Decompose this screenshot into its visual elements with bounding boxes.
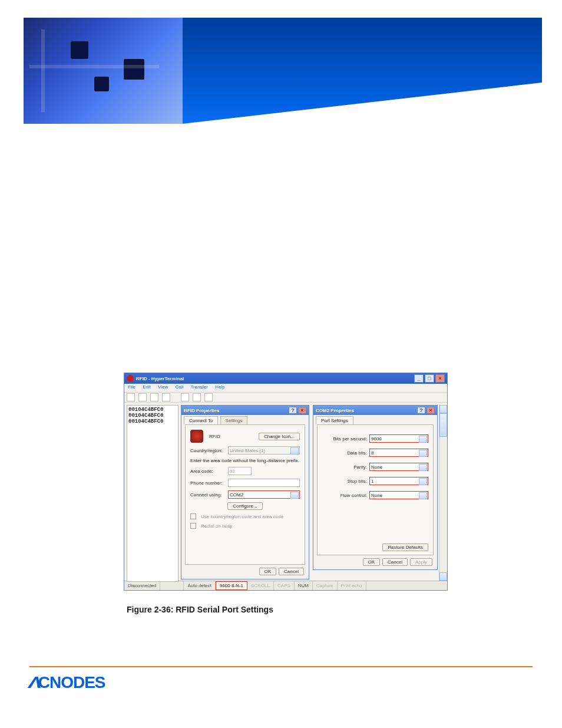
toolbar-send-icon[interactable] (181, 393, 189, 401)
app-icon (127, 375, 134, 382)
status-caps: CAPS (274, 581, 295, 590)
dialog-title: RFID Properties (184, 408, 219, 413)
menu-transfer[interactable]: Transfer (190, 384, 208, 390)
scrollbar-down-arrow-icon[interactable] (439, 572, 447, 581)
area-code-label: Area code: (190, 469, 226, 474)
menu-file[interactable]: File (128, 384, 135, 390)
menu-help[interactable]: Help (215, 384, 224, 390)
phone-label: Phone number: (190, 480, 226, 486)
status-num: NUM (295, 581, 313, 590)
help-button[interactable]: ? (417, 407, 425, 414)
parity-label: Parity: (332, 465, 367, 470)
scrollbar-thumb[interactable] (439, 413, 447, 437)
window-title: RFID - HyperTerminal (136, 376, 184, 381)
country-select[interactable]: United States (1) (228, 446, 300, 454)
vertical-scrollbar[interactable] (439, 405, 447, 581)
dialog-titlebar: RFID Properties ? × (181, 406, 309, 415)
redial-on-busy-label: Redial on busy (201, 523, 232, 529)
restore-defaults-button[interactable]: Restore Defaults (382, 543, 428, 551)
figure-caption: Figure 2-36: RFID Serial Port Settings (127, 605, 273, 614)
status-scroll: SCROLL (247, 581, 274, 590)
menu-edit[interactable]: Edit (143, 384, 151, 390)
terminal-output: 00104C4BFC0 00104C4BFC0 00104C4BFC0 (127, 405, 178, 582)
bps-label: Bits per second: (332, 436, 367, 442)
connect-using-select[interactable]: COM2 (228, 490, 300, 499)
apply-button[interactable]: Apply (410, 558, 432, 566)
toolbar-hangup-icon[interactable] (162, 393, 170, 401)
statusbar: Disconnected Auto detect 9600 8-N-1 SCRO… (124, 581, 447, 590)
area-code-input[interactable]: 02 (228, 467, 252, 475)
tab-connect-to[interactable]: Connect To (184, 416, 218, 424)
use-country-code-label: Use country/region code and area code (201, 514, 283, 519)
footer-divider (29, 666, 533, 667)
dialog-pane: Bits per second: 9600 Data bits: 8 Parit… (317, 424, 434, 555)
connection-name: RFID (209, 434, 220, 439)
data-bits-label: Data bits: (332, 450, 367, 456)
term-line: 00104C4BFC0 (128, 413, 177, 419)
logo-a-glyph: Λ (28, 673, 41, 692)
ok-button[interactable]: OK (363, 558, 381, 566)
country-label: Country/region: (190, 448, 226, 453)
dialog-tabs: Connect To Settings (181, 415, 309, 424)
status-autodetect: Auto detect (184, 581, 215, 590)
status-serial-mode: 9600 8-N-1 (216, 581, 247, 590)
term-line: 00104C4BFC0 (128, 419, 177, 424)
toolbar-new-icon[interactable] (127, 393, 135, 401)
status-capture: Capture (313, 581, 337, 590)
tab-settings[interactable]: Settings (220, 416, 248, 424)
toolbar-open-icon[interactable] (138, 393, 147, 401)
acnodes-logo: ΛCNODES (29, 673, 105, 692)
use-country-code-checkbox[interactable] (190, 513, 196, 519)
area-code-hint: Enter the area code without the long-dis… (190, 458, 299, 463)
com2-properties-dialog: COM2 Properties ? × Port Settings Bits p… (313, 405, 438, 570)
status-print-echo: Print echo (338, 581, 366, 590)
configure-button[interactable]: Configure... (227, 502, 262, 510)
help-button[interactable]: ? (289, 407, 297, 414)
dialog-tabs: Port Settings (313, 415, 437, 424)
ok-button[interactable]: OK (259, 568, 277, 575)
connect-using-label: Connect using: (190, 492, 226, 498)
page-header-banner (24, 18, 542, 124)
status-connection: Disconnected (124, 581, 160, 590)
tab-port-settings[interactable]: Port Settings (316, 416, 353, 424)
toolbar-receive-icon[interactable] (193, 393, 201, 401)
stop-bits-label: Stop bits: (332, 479, 367, 484)
change-icon-button[interactable]: Change Icon... (259, 433, 300, 440)
banner-gradient (183, 18, 542, 124)
maximize-button[interactable]: □ (425, 374, 434, 383)
bits-per-second-select[interactable]: 9600 (369, 434, 428, 443)
menu-view[interactable]: View (158, 384, 168, 390)
window-titlebar: RFID - HyperTerminal _ □ × (124, 373, 447, 384)
stop-bits-select[interactable]: 1 (369, 477, 428, 485)
logo-text: CNODES (38, 673, 105, 691)
data-bits-select[interactable]: 8 (369, 449, 428, 457)
close-button[interactable]: × (298, 407, 306, 414)
cancel-button[interactable]: Cancel (382, 558, 408, 566)
flow-control-label: Flow control: (332, 493, 367, 498)
close-button[interactable]: × (435, 374, 445, 383)
rfid-properties-dialog: RFID Properties ? × Connect To Settings … (181, 405, 309, 579)
toolbar-call-icon[interactable] (150, 393, 158, 401)
phone-input[interactable] (228, 479, 300, 487)
dialog-pane: RFID Change Icon... Country/region: Unit… (185, 424, 305, 565)
client-area: 00104C4BFC0 00104C4BFC0 00104C4BFC0 RFID… (124, 403, 447, 581)
hyperterminal-window: RFID - HyperTerminal _ □ × File Edit Vie… (124, 373, 448, 591)
dialog-titlebar: COM2 Properties ? × (313, 406, 437, 415)
menubar: File Edit View Call Transfer Help (124, 384, 447, 392)
parity-select[interactable]: None (369, 463, 428, 471)
redial-on-busy-checkbox[interactable] (190, 523, 196, 529)
term-line: 00104C4BFC0 (128, 407, 177, 413)
cancel-button[interactable]: Cancel (279, 568, 304, 575)
flow-control-select[interactable]: None (369, 491, 428, 499)
close-button[interactable]: × (427, 407, 435, 414)
scrollbar-up-arrow-icon[interactable] (439, 405, 447, 413)
banner-pcb-image (24, 18, 183, 124)
toolbar-properties-icon[interactable] (204, 393, 213, 401)
menu-call[interactable]: Call (176, 384, 184, 390)
toolbar (124, 392, 447, 403)
dialog-title: COM2 Properties (316, 408, 354, 413)
minimize-button[interactable]: _ (414, 374, 424, 383)
telephone-icon (190, 430, 203, 443)
